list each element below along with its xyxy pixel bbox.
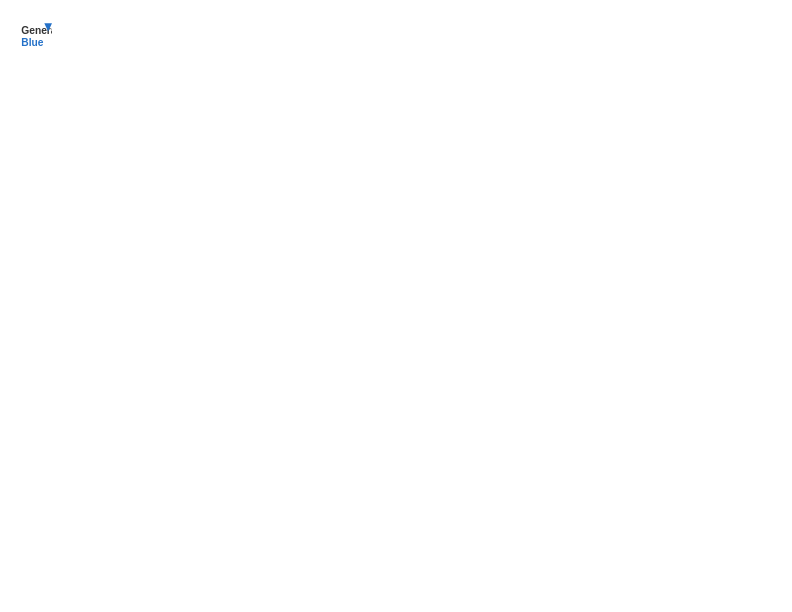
logo-icon: General Blue	[20, 20, 52, 52]
svg-text:Blue: Blue	[21, 37, 43, 48]
logo: General Blue	[20, 20, 52, 52]
header: General Blue	[20, 20, 772, 52]
